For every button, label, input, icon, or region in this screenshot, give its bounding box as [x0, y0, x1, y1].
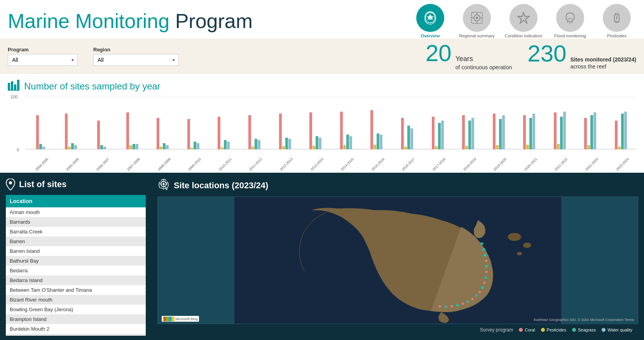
bar [370, 110, 373, 149]
map-panel: Site locations (2023/24) [152, 173, 644, 340]
svg-point-50 [517, 252, 522, 255]
program-select-wrapper[interactable]: All [8, 54, 78, 66]
sites-table: Location [6, 195, 146, 207]
year-group: 2008-2009 [147, 118, 178, 149]
years-stat: 20 Years of continuous operation [426, 42, 512, 71]
legend-pesticides-dot [541, 328, 545, 332]
nav-pesticides[interactable]: Pesticides [597, 4, 636, 39]
bar [97, 121, 100, 149]
bar [71, 143, 74, 149]
svg-point-47 [439, 305, 441, 307]
list-item[interactable]: Brampton Island [6, 314, 146, 324]
years-sub: of continuous operation [456, 64, 512, 71]
list-item[interactable]: Barren Island [6, 246, 146, 256]
bar [224, 140, 227, 149]
list-item[interactable]: Barratta Creek [6, 227, 146, 237]
list-item[interactable]: Bedarra [6, 266, 146, 275]
chart-title: Number of sites sampled by year [24, 81, 161, 92]
year-label: 2023-2024 [615, 157, 630, 172]
year-group: 2023-2024 [606, 112, 636, 149]
year-group: 2019-2020 [483, 114, 514, 149]
bar [560, 117, 563, 149]
nav-overview[interactable]: Overview [411, 4, 450, 39]
list-item[interactable]: Annan mouth [6, 207, 146, 217]
region-select-wrapper[interactable]: All [93, 54, 179, 66]
svg-point-41 [471, 298, 474, 300]
list-item[interactable]: Bowling Green Bay (Jerona) [6, 305, 146, 314]
bar [136, 144, 138, 149]
bar [499, 119, 502, 149]
bar [282, 146, 285, 149]
svg-point-42 [466, 300, 469, 303]
bar [100, 145, 103, 149]
svg-point-40 [475, 294, 478, 297]
svg-point-30 [480, 242, 483, 245]
svg-point-45 [450, 305, 453, 307]
list-item[interactable]: Between Tam O'Shanter and Timana [6, 285, 146, 295]
header: Marine Monitoring Program Overview [0, 0, 644, 39]
bar [36, 115, 39, 149]
legend-water-quality: Water quality [602, 328, 632, 332]
svg-point-32 [484, 254, 487, 256]
bar [129, 145, 132, 149]
nav-flood-monitoring[interactable]: Flood monitoring [551, 4, 590, 39]
bar [251, 147, 254, 149]
nav-condition-indicators[interactable]: Condition indicators [504, 4, 543, 39]
region-select[interactable]: All [93, 54, 179, 66]
bar [493, 114, 496, 149]
bar [593, 112, 596, 149]
map-title-row: Site locations (2023/24) [157, 179, 638, 193]
year-group: 2022-2023 [575, 112, 606, 149]
svg-point-37 [483, 282, 486, 284]
program-filter-label: Program [8, 47, 78, 53]
legend-seagrass: Seagrass [572, 328, 596, 332]
sites-column-header: Location [6, 195, 146, 207]
legend-seagrass-dot [572, 328, 576, 332]
list-item[interactable]: Bedarra Island [6, 275, 146, 285]
program-select[interactable]: All [8, 54, 78, 66]
bar [343, 145, 346, 149]
bar [377, 133, 379, 149]
list-item[interactable]: Barnards [6, 217, 146, 227]
bar [288, 139, 291, 149]
svg-rect-18 [8, 83, 10, 91]
bar [163, 143, 166, 149]
bar [468, 121, 471, 149]
bar [587, 145, 590, 149]
year-group: 2020-2021 [514, 114, 545, 149]
bar [502, 115, 505, 149]
bar [221, 147, 223, 149]
bar [285, 138, 288, 149]
bar [197, 143, 199, 149]
svg-point-44 [456, 304, 459, 307]
years-label: Years [456, 54, 512, 63]
bar [563, 112, 566, 149]
sites-scroll[interactable]: Annan mouthBarnardsBarratta CreekBarrenB… [6, 207, 146, 336]
year-label: 2004-2005 [35, 157, 49, 172]
sites-number: 230 [527, 42, 566, 65]
svg-point-49 [523, 242, 531, 248]
list-item[interactable]: Barren [6, 237, 146, 246]
list-item[interactable]: Bizant River mouth [6, 295, 146, 305]
year-group: 2013-2014 [300, 112, 331, 149]
nav-regional-summary[interactable]: Regional summary [457, 4, 496, 39]
map-container[interactable]: Earthstar Geographics SIO, © 2024 Micros… [157, 196, 638, 324]
list-item[interactable]: Bathurst Bay [6, 256, 146, 266]
year-label: 2011-2012 [248, 157, 263, 172]
list-item[interactable]: Burdekin Mouth 3 [6, 334, 146, 336]
year-group: 2004-2005 [25, 115, 56, 149]
sites-table-wrapper: Location Annan mouthBarnardsBarratta Cre… [6, 195, 146, 336]
map-icon [157, 179, 170, 193]
bar [126, 112, 129, 149]
bar [373, 145, 376, 149]
list-item[interactable]: Burdekin Mouth 2 [6, 324, 146, 334]
svg-point-23 [9, 181, 12, 184]
bar [248, 115, 251, 149]
sites-panel-title: List of sites [19, 179, 66, 189]
regional-summary-icon [463, 4, 491, 32]
bar [404, 147, 407, 149]
svg-rect-20 [14, 84, 16, 91]
chart-title-row: Number of sites sampled by year [8, 80, 636, 93]
bar [557, 144, 560, 149]
sites-sub: across the reef [570, 63, 636, 70]
